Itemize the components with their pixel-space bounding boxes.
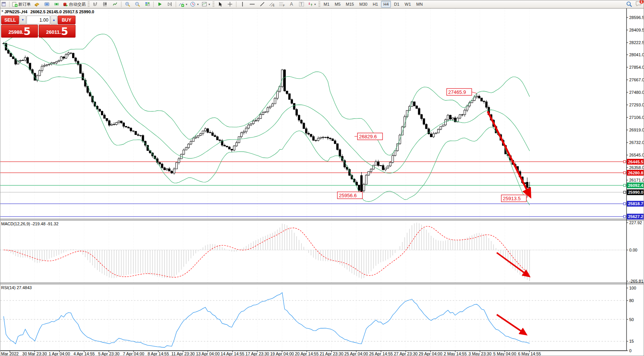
- down-trend-arrow[interactable]: [488, 111, 530, 196]
- notification-badge: 1: [639, 0, 644, 4]
- chart-title: ° JPN225-,H426062.5 26145.0 25917.5 2599…: [2, 9, 94, 14]
- equidistant-channel-tool-button[interactable]: E: [267, 0, 277, 8]
- price-annotation-label[interactable]: 27465.9: [447, 89, 477, 95]
- time-axis-label: 8 Apr 14:55: [148, 351, 169, 356]
- time-axis-label: 6 May 14:55: [518, 351, 541, 356]
- annotation-price-text: 25956.6: [339, 193, 357, 198]
- fibonacci-icon: F: [279, 2, 285, 7]
- search-icon[interactable]: [626, 1, 632, 7]
- new-order-button[interactable]: 新订单: [11, 0, 32, 8]
- badge-price-text: 25990.0: [628, 190, 643, 195]
- zoom-out-button[interactable]: [132, 0, 142, 8]
- line-chart-icon: [112, 2, 118, 7]
- sell-price-display[interactable]: 25988.5: [1, 25, 38, 38]
- chart-drag-marker: °: [2, 9, 3, 14]
- pane-frames: [0, 8, 644, 351]
- price-annotation-label[interactable]: 26829.6: [354, 133, 383, 140]
- zoom-in-icon: [125, 2, 131, 7]
- time-axis-label: 21 Apr 23:30: [320, 351, 343, 356]
- time-axis-label: 13 Apr 04:00: [196, 351, 219, 356]
- price-annotation-label[interactable]: 25956.6: [337, 192, 362, 199]
- price-axis-label: 26545.0: [629, 153, 644, 157]
- line-chart-mode-button[interactable]: [110, 0, 120, 8]
- arrows-icon: [308, 2, 313, 7]
- svg-text:E: E: [273, 4, 275, 7]
- timeframe-button-w1[interactable]: W1: [402, 1, 413, 8]
- price-axis-label: 27480.0: [629, 90, 644, 95]
- time-axis-label: 7 Apr 04:00: [123, 351, 144, 356]
- timeframe-button-d1[interactable]: D1: [392, 1, 402, 8]
- window-icon: [0, 2, 6, 7]
- timeframe-button-h1[interactable]: H1: [370, 1, 380, 8]
- trend-arrows: [488, 111, 530, 334]
- fibonacci-tool-button[interactable]: F: [277, 0, 287, 8]
- volume-decrease-button[interactable]: ▼: [19, 16, 26, 24]
- buy-button[interactable]: BUY: [58, 16, 76, 24]
- cursor-tool-button[interactable]: [215, 0, 225, 8]
- time-axis-label: Mar 2022: [1, 351, 19, 356]
- bar-chart-mode-button[interactable]: [90, 0, 100, 8]
- auto-scroll-button[interactable]: [155, 0, 165, 8]
- timeframe-button-mn[interactable]: MN: [414, 1, 425, 8]
- price-axis-label: 26919.0: [629, 128, 644, 132]
- bollinger-lower-band: [4, 45, 530, 205]
- new-order-label: 新订单: [18, 2, 31, 7]
- auto-trading-button[interactable]: 自动交易: [61, 0, 87, 8]
- signals-button[interactable]: [52, 0, 61, 8]
- text-label-tool-button[interactable]: T: [297, 0, 307, 8]
- price-axis-label: 28041.0: [629, 52, 644, 57]
- templates-button[interactable]: ▼: [200, 0, 212, 8]
- crosshair-icon: [227, 2, 233, 7]
- chart-canvas[interactable]: 28596.528409.528222.528041.027854.027667…: [0, 0, 644, 356]
- spinner-down-icon: ▼: [21, 18, 24, 22]
- badge-price-text: 26445.5: [628, 160, 643, 164]
- price-annotation-label[interactable]: 25913.5: [501, 195, 527, 202]
- buy-price-display[interactable]: 26011.5: [39, 25, 76, 38]
- sell-button[interactable]: SELL: [1, 16, 19, 24]
- annotation-price-text: 25913.5: [503, 196, 521, 201]
- candlesticks: [3, 42, 531, 198]
- svg-text:F: F: [283, 4, 285, 7]
- zoom-in-button[interactable]: [123, 0, 132, 8]
- spinner-up-icon: ▲: [52, 18, 55, 22]
- chart-shift-button[interactable]: [165, 0, 175, 8]
- horizontal-line-tool-button[interactable]: [247, 0, 257, 8]
- time-axis-label: 20 Apr 14:55: [295, 351, 318, 356]
- svg-text:T: T: [300, 2, 302, 6]
- trendline-tool-button[interactable]: [257, 0, 267, 8]
- time-axis-label: 1 Apr 04:00: [49, 351, 70, 356]
- text-a-icon: A: [289, 2, 294, 7]
- text-label-icon: T: [299, 2, 304, 7]
- time-axis-label: 4 Apr 14:55: [73, 351, 94, 356]
- volume-input[interactable]: 1.00: [27, 16, 50, 24]
- candlestick-mode-button[interactable]: [100, 0, 110, 8]
- price-axis-label: 28596.5: [629, 15, 644, 20]
- time-axis-label: 27 Apr 23:30: [394, 351, 417, 356]
- timeframe-button-m1[interactable]: M1: [321, 1, 332, 8]
- price-axis-label: 26358.0: [629, 165, 644, 170]
- timeframes-menu-button[interactable]: ▼: [189, 0, 200, 8]
- price-annotations: 27465.926829.625956.625913.5: [337, 89, 527, 202]
- text-tool-button[interactable]: A: [287, 0, 297, 8]
- terminal-button[interactable]: [42, 0, 52, 8]
- macd-histogram: [4, 223, 530, 281]
- bollinger-bands: [4, 34, 530, 205]
- arrows-tool-button[interactable]: ▼: [307, 0, 318, 8]
- vertical-line-tool-button[interactable]: [238, 0, 247, 8]
- market-watch-button[interactable]: [32, 0, 42, 8]
- price-axis-label: 28409.5: [629, 28, 644, 32]
- rsi-indicator-label: RSI(14) 27.4843: [1, 285, 32, 290]
- crosshair-tool-button[interactable]: [225, 0, 235, 8]
- down-trend-arrow[interactable]: [497, 315, 526, 334]
- tile-windows-button[interactable]: [142, 0, 152, 8]
- timeframe-button-h4[interactable]: H4: [381, 1, 391, 8]
- volume-increase-button[interactable]: ▲: [50, 16, 57, 24]
- cursor-icon: [217, 2, 222, 7]
- indicators-button[interactable]: ▼: [177, 0, 189, 8]
- timeframe-button-m15[interactable]: M15: [343, 1, 356, 8]
- timeframe-button-m30[interactable]: M30: [357, 1, 370, 8]
- dropdown-arrow-icon: ▼: [208, 3, 211, 6]
- clipped-window-icon[interactable]: [0, 0, 8, 8]
- timeframe-button-m5[interactable]: M5: [332, 1, 343, 8]
- notifications-button[interactable]: 1: [635, 1, 642, 8]
